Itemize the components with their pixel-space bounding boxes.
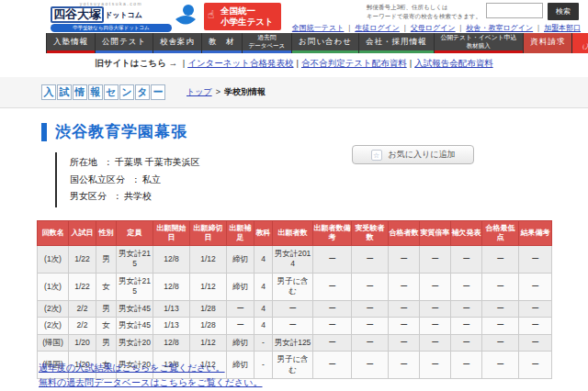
column-header: 入試日 — [69, 221, 96, 246]
detail-label: 国公私立区分 — [70, 174, 125, 184]
table-cell: ー — [451, 246, 482, 274]
breadcrumb-home-link[interactable]: トップ — [187, 87, 212, 96]
search-input[interactable] — [486, 3, 543, 18]
search-hint: 郵便番号上3桁、住所もしくは キーワードで最寄の校舎を検索できます。 — [367, 3, 481, 22]
nav-tab-contact[interactable]: お問い合わせ — [292, 33, 358, 53]
table-cell: ー — [482, 352, 519, 379]
table-cell: (1次) — [38, 273, 69, 300]
header-link[interactable]: 校舎・教室ログイン — [456, 23, 534, 33]
table-cell: ー — [482, 300, 519, 317]
banner-char: セ — [104, 84, 119, 100]
nav-tab-past-exam-db[interactable]: 過去問データベース — [243, 33, 292, 53]
table-cell: ー — [352, 318, 389, 334]
old-site-link[interactable]: 合不合判定テスト配布資料 — [301, 58, 407, 68]
table-cell: 男女計45 — [117, 318, 153, 334]
table-cell: 女 — [96, 273, 117, 300]
column-header: 出願補足 — [227, 221, 254, 246]
table-cell: ー — [313, 300, 352, 317]
table-cell: 1/20 — [69, 334, 96, 351]
column-header: 実受験者数 — [352, 221, 389, 246]
column-header: 教科 — [254, 221, 273, 246]
table-row: (帰国)1/20男男女計2012/81/12締切-男女計125ーーーーーーー — [38, 334, 552, 351]
banner-char: 入 — [41, 84, 56, 100]
table-cell: 男女計215 — [117, 273, 153, 300]
column-header: 性別 — [96, 221, 117, 246]
column-header: 出願者数 — [273, 221, 313, 246]
footer-link[interactable]: 過年度の入試結果はこちらをご覧ください。 — [39, 361, 263, 375]
table-cell: ー — [482, 334, 519, 351]
site-header: yotsuyaotsuka.com 四谷大塚 ドットコム 中学受験なら四谷大塚ド… — [0, 0, 588, 33]
table-cell: ー — [313, 352, 352, 379]
table-cell: 1/12 — [190, 334, 227, 351]
detail-value: 共学校 — [124, 191, 152, 201]
nav-tab-request-docs[interactable]: 資料請求 — [524, 33, 571, 53]
header-link[interactable]: 父母ログイン — [400, 23, 456, 33]
nav-tab-enroll[interactable]: 入塾申込（入塾テスト申込） — [572, 33, 588, 53]
table-cell: ー — [352, 300, 389, 317]
nav-tab-school-guide[interactable]: 校舎案内 — [153, 33, 201, 53]
table-row: (2次)2/2男男女計451/131/28ー4ーーーーーーーー — [38, 300, 552, 317]
footer-link[interactable]: 無料の過去問データベースはこちらをご覧ください。 — [39, 375, 263, 390]
table-cell: ー — [451, 352, 482, 379]
column-header: 実質倍率 — [420, 221, 451, 246]
nav-tab-event-apply[interactable]: 公開テスト・イベント申込教材購入 — [435, 33, 524, 53]
footer-links: 過年度の入試結果はこちらをご覧ください。無料の過去問データベースはこちらをご覧く… — [39, 361, 263, 389]
table-cell: ー — [352, 273, 389, 300]
table-cell: 12/8 — [153, 246, 190, 274]
table-cell: ー — [420, 352, 451, 379]
banner-char: ン — [119, 84, 134, 100]
table-cell: 4 — [254, 300, 273, 317]
national-test-banner[interactable]: ☝ 全国統一 小学生テスト — [204, 3, 281, 30]
site-logo[interactable]: yotsuyaotsuka.com 四谷大塚 ドットコム 中学受験なら四谷大塚ド… — [51, 1, 172, 32]
banner-char: 情 — [73, 84, 87, 100]
mascot-icon — [175, 4, 197, 29]
column-header: 出願者数備考 — [313, 221, 352, 246]
detail-label: 男女区分 — [70, 191, 107, 201]
column-header: 結果備考 — [519, 221, 552, 246]
table-cell: ー — [420, 334, 451, 351]
table-cell: 男女計125 — [273, 334, 313, 351]
pointing-finger-icon: ☝ — [208, 8, 214, 22]
header-link[interactable]: 生徒ログイン — [344, 23, 400, 33]
table-cell: ー — [389, 300, 420, 317]
table-cell: ー — [451, 334, 482, 351]
table-header-row: 回数名入試日性別定員出願開始日出願締切日出願補足教科出願者数出願者数備考実受験者… — [38, 221, 552, 246]
nav-tab-open-test[interactable]: 公開テスト — [96, 33, 153, 53]
table-cell: ー — [389, 318, 420, 334]
table-cell: 4 — [254, 273, 273, 300]
school-details: 所在地：千葉県 千葉市美浜区 国公私立区分：私立 男女区分：共学校 — [55, 152, 200, 207]
table-cell: 4 — [254, 318, 273, 334]
header-link[interactable]: 加盟本部口 — [533, 23, 581, 33]
school-detail-row: 男女区分：共学校 — [70, 188, 200, 206]
nav-tab-admission-info[interactable]: 入塾情報 — [47, 33, 95, 53]
table-cell: ー — [451, 300, 482, 317]
table-cell: ー — [273, 318, 313, 334]
admission-info-center-banner: 入試情報センター — [41, 84, 166, 100]
nav-tab-company[interactable]: 会社・採用情報 — [359, 33, 434, 53]
nav-tab-materials[interactable]: 教 材 — [202, 33, 242, 53]
page: yotsuyaotsuka.com 四谷大塚 ドットコム 中学受験なら四谷大塚ド… — [0, 0, 588, 391]
table-cell: 1/12 — [190, 246, 227, 274]
header-link[interactable]: 全国統一テスト — [292, 23, 345, 33]
logo-tagline: 中学受験なら四谷大塚ドットコム — [51, 24, 172, 32]
add-to-favorites-button[interactable]: ☆ お気に入りに追加 — [352, 145, 474, 164]
old-site-link[interactable]: 入試報告会配布資料 — [414, 58, 493, 68]
table-cell: ー — [519, 246, 552, 274]
table-cell: - — [254, 334, 273, 351]
table-cell: 1/13 — [153, 300, 190, 317]
table-cell: 1/13 — [153, 318, 190, 334]
search-button[interactable]: 検索 — [548, 3, 579, 20]
school-detail-row: 所在地：千葉県 千葉市美浜区 — [70, 154, 200, 172]
old-site-link[interactable]: インターネット合格発表校 — [187, 58, 293, 68]
table-cell: 男 — [96, 334, 117, 351]
table-cell: ー — [420, 300, 451, 317]
table-cell: ー — [451, 273, 482, 300]
table-cell: 男子に含む — [273, 352, 313, 379]
table-cell: ー — [352, 246, 389, 274]
old-site-links: |インターネット合格発表校|合不合判定テスト配布資料|入試報告会配布資料 — [180, 58, 493, 68]
school-detail-row: 国公私立区分：私立 — [70, 172, 200, 189]
school-title-row: 渋谷教育学園幕張 — [41, 121, 187, 142]
table-cell: ー — [352, 334, 389, 351]
table-cell: ー — [273, 300, 313, 317]
table-cell: 男女計2014 — [273, 246, 313, 274]
